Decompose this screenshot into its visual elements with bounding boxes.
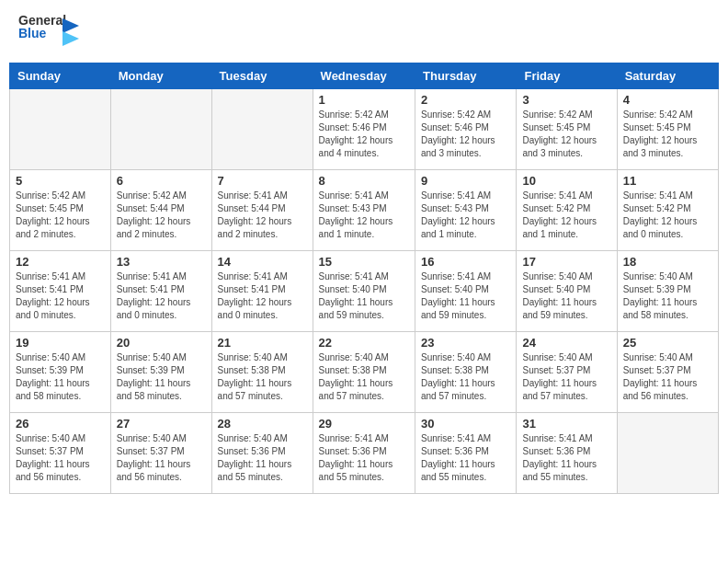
day-info: Sunrise: 5:40 AM Sunset: 5:40 PM Dayligh… [522,270,610,322]
days-header-row: SundayMondayTuesdayWednesdayThursdayFrid… [10,63,719,89]
calendar-cell: 18Sunrise: 5:40 AM Sunset: 5:39 PM Dayli… [617,251,718,332]
calendar-cell: 27Sunrise: 5:40 AM Sunset: 5:37 PM Dayli… [110,413,211,494]
day-number: 2 [421,93,510,107]
day-number: 3 [522,93,610,107]
calendar-cell: 12Sunrise: 5:41 AM Sunset: 5:41 PM Dayli… [10,251,111,332]
day-number: 20 [117,336,206,350]
day-number: 24 [522,336,610,350]
week-row-4: 19Sunrise: 5:40 AM Sunset: 5:39 PM Dayli… [10,332,719,413]
day-header-thursday: Thursday [415,63,517,89]
day-info: Sunrise: 5:41 AM Sunset: 5:36 PM Dayligh… [421,432,510,484]
day-info: Sunrise: 5:40 AM Sunset: 5:38 PM Dayligh… [421,351,510,403]
calendar-cell: 26Sunrise: 5:40 AM Sunset: 5:37 PM Dayli… [10,413,111,494]
calendar-cell [211,89,313,170]
calendar-cell: 10Sunrise: 5:41 AM Sunset: 5:42 PM Dayli… [517,170,617,251]
calendar-cell [110,89,211,170]
day-number: 19 [16,336,105,350]
day-number: 26 [16,417,105,431]
day-number: 22 [319,336,409,350]
day-number: 17 [522,255,610,269]
day-number: 8 [319,174,409,188]
calendar-cell: 8Sunrise: 5:41 AM Sunset: 5:43 PM Daylig… [313,170,415,251]
day-info: Sunrise: 5:40 AM Sunset: 5:38 PM Dayligh… [218,351,307,403]
calendar-cell: 22Sunrise: 5:40 AM Sunset: 5:38 PM Dayli… [313,332,415,413]
calendar-cell: 5Sunrise: 5:42 AM Sunset: 5:45 PM Daylig… [10,170,111,251]
calendar-cell [10,89,111,170]
logo: General Blue [18,14,64,51]
day-number: 28 [218,417,307,431]
day-info: Sunrise: 5:40 AM Sunset: 5:37 PM Dayligh… [117,432,206,484]
day-info: Sunrise: 5:41 AM Sunset: 5:41 PM Dayligh… [218,270,307,322]
day-info: Sunrise: 5:41 AM Sunset: 5:44 PM Dayligh… [218,190,307,241]
day-info: Sunrise: 5:40 AM Sunset: 5:37 PM Dayligh… [522,351,610,403]
day-info: Sunrise: 5:41 AM Sunset: 5:43 PM Dayligh… [421,190,510,241]
day-number: 7 [218,174,307,188]
day-number: 30 [421,417,510,431]
day-header-tuesday: Tuesday [211,63,313,89]
svg-marker-0 [63,18,79,33]
day-number: 27 [117,417,206,431]
day-info: Sunrise: 5:41 AM Sunset: 5:43 PM Dayligh… [319,190,409,241]
calendar-cell [617,413,718,494]
calendar-cell: 28Sunrise: 5:40 AM Sunset: 5:36 PM Dayli… [211,413,313,494]
day-info: Sunrise: 5:40 AM Sunset: 5:37 PM Dayligh… [16,432,105,484]
day-info: Sunrise: 5:41 AM Sunset: 5:36 PM Dayligh… [319,432,409,484]
day-info: Sunrise: 5:42 AM Sunset: 5:46 PM Dayligh… [319,109,409,160]
day-header-monday: Monday [110,63,211,89]
calendar-cell: 19Sunrise: 5:40 AM Sunset: 5:39 PM Dayli… [10,332,111,413]
day-number: 9 [421,174,510,188]
calendar-cell: 1Sunrise: 5:42 AM Sunset: 5:46 PM Daylig… [313,89,415,170]
day-info: Sunrise: 5:41 AM Sunset: 5:41 PM Dayligh… [16,270,105,322]
day-number: 23 [421,336,510,350]
day-info: Sunrise: 5:41 AM Sunset: 5:42 PM Dayligh… [623,190,712,241]
day-info: Sunrise: 5:40 AM Sunset: 5:39 PM Dayligh… [623,270,712,322]
week-row-2: 5Sunrise: 5:42 AM Sunset: 5:45 PM Daylig… [10,170,719,251]
calendar-cell: 16Sunrise: 5:41 AM Sunset: 5:40 PM Dayli… [415,251,517,332]
day-number: 15 [319,255,409,269]
calendar-cell: 29Sunrise: 5:41 AM Sunset: 5:36 PM Dayli… [313,413,415,494]
calendar-table: SundayMondayTuesdayWednesdayThursdayFrid… [9,63,719,494]
day-info: Sunrise: 5:40 AM Sunset: 5:38 PM Dayligh… [319,351,409,403]
day-info: Sunrise: 5:42 AM Sunset: 5:45 PM Dayligh… [623,109,712,160]
calendar-cell: 13Sunrise: 5:41 AM Sunset: 5:41 PM Dayli… [110,251,211,332]
calendar-cell: 24Sunrise: 5:40 AM Sunset: 5:37 PM Dayli… [517,332,617,413]
day-number: 4 [623,93,712,107]
day-info: Sunrise: 5:40 AM Sunset: 5:36 PM Dayligh… [218,432,307,484]
calendar-cell: 30Sunrise: 5:41 AM Sunset: 5:36 PM Dayli… [415,413,517,494]
day-info: Sunrise: 5:40 AM Sunset: 5:39 PM Dayligh… [117,351,206,403]
day-info: Sunrise: 5:42 AM Sunset: 5:45 PM Dayligh… [16,190,105,241]
day-number: 11 [623,174,712,188]
calendar-cell: 23Sunrise: 5:40 AM Sunset: 5:38 PM Dayli… [415,332,517,413]
day-info: Sunrise: 5:41 AM Sunset: 5:42 PM Dayligh… [522,190,610,241]
day-info: Sunrise: 5:42 AM Sunset: 5:45 PM Dayligh… [522,109,610,160]
day-number: 16 [421,255,510,269]
day-info: Sunrise: 5:41 AM Sunset: 5:40 PM Dayligh… [319,270,409,322]
calendar-cell: 3Sunrise: 5:42 AM Sunset: 5:45 PM Daylig… [517,89,617,170]
day-info: Sunrise: 5:42 AM Sunset: 5:44 PM Dayligh… [117,190,206,241]
calendar-cell: 4Sunrise: 5:42 AM Sunset: 5:45 PM Daylig… [617,89,718,170]
calendar-cell: 2Sunrise: 5:42 AM Sunset: 5:46 PM Daylig… [415,89,517,170]
week-row-5: 26Sunrise: 5:40 AM Sunset: 5:37 PM Dayli… [10,413,719,494]
day-number: 10 [522,174,610,188]
week-row-1: 1Sunrise: 5:42 AM Sunset: 5:46 PM Daylig… [10,89,719,170]
calendar-cell: 31Sunrise: 5:41 AM Sunset: 5:36 PM Dayli… [517,413,617,494]
day-number: 13 [117,255,206,269]
calendar-cell: 6Sunrise: 5:42 AM Sunset: 5:44 PM Daylig… [110,170,211,251]
day-number: 21 [218,336,307,350]
day-number: 1 [319,93,409,107]
calendar-cell: 17Sunrise: 5:40 AM Sunset: 5:40 PM Dayli… [517,251,617,332]
day-number: 31 [522,417,610,431]
calendar-cell: 9Sunrise: 5:41 AM Sunset: 5:43 PM Daylig… [415,170,517,251]
calendar-cell: 25Sunrise: 5:40 AM Sunset: 5:37 PM Dayli… [617,332,718,413]
day-info: Sunrise: 5:41 AM Sunset: 5:36 PM Dayligh… [522,432,610,484]
day-info: Sunrise: 5:41 AM Sunset: 5:41 PM Dayligh… [117,270,206,322]
day-number: 25 [623,336,712,350]
day-header-wednesday: Wednesday [313,63,415,89]
calendar-cell: 7Sunrise: 5:41 AM Sunset: 5:44 PM Daylig… [211,170,313,251]
day-number: 14 [218,255,307,269]
week-row-3: 12Sunrise: 5:41 AM Sunset: 5:41 PM Dayli… [10,251,719,332]
day-number: 12 [16,255,105,269]
svg-marker-1 [63,31,79,46]
day-info: Sunrise: 5:40 AM Sunset: 5:39 PM Dayligh… [16,351,105,403]
calendar-cell: 15Sunrise: 5:41 AM Sunset: 5:40 PM Dayli… [313,251,415,332]
